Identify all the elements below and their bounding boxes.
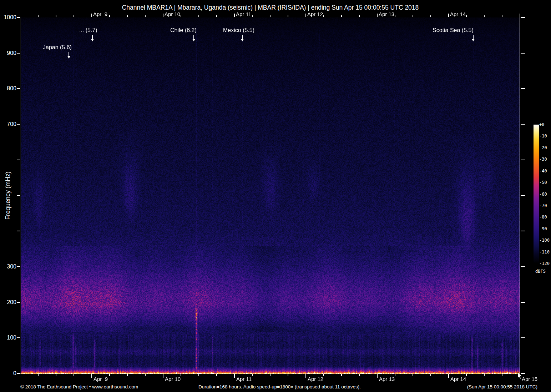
y-major-tick-right xyxy=(521,124,525,125)
x-tick-label-bottom: Apr 10 xyxy=(165,376,181,382)
x-tick-top xyxy=(395,15,395,17)
x-tick-top xyxy=(109,15,110,17)
x-tick-label-top: Apr 13 xyxy=(379,11,394,17)
footer-duration: Duration=168 hours. Audio speed-up=1800×… xyxy=(198,384,361,390)
x-tick-top xyxy=(377,14,378,17)
x-tick-bottom xyxy=(288,374,288,376)
colorbar-tick-label: -50 xyxy=(539,180,547,185)
event-arrow-down-icon xyxy=(473,35,474,39)
x-tick-top xyxy=(216,15,217,17)
plot-frame xyxy=(20,17,520,373)
y-major-tick-right xyxy=(521,195,525,196)
y-major-tick-left xyxy=(17,266,20,267)
x-tick-bottom xyxy=(323,374,324,376)
x-tick-bottom xyxy=(359,374,360,376)
x-tick-bottom xyxy=(163,374,163,378)
y-major-tick-left xyxy=(17,124,20,125)
y-major-tick-left xyxy=(17,373,20,374)
y-major-tick-right xyxy=(521,53,525,54)
x-tick-top xyxy=(341,15,342,17)
x-tick-bottom xyxy=(413,374,413,376)
x-tick-bottom xyxy=(38,374,39,376)
footer-timestamp: (Sun Apr 15 00:00:55 2018 UTC) xyxy=(467,384,537,390)
colorbar-tick-label: -80 xyxy=(539,215,547,219)
event-arrow-down-icon xyxy=(193,35,194,39)
x-tick-label-top: Apr 12 xyxy=(307,11,323,17)
page-title: Channel MBAR1A | Mbarara, Uganda (seismi… xyxy=(20,4,520,11)
y-tick-label: 700 xyxy=(1,121,16,127)
x-tick-bottom xyxy=(377,374,378,378)
x-tick-top xyxy=(413,15,413,17)
spectrogram-screenshot: Channel MBAR1A | Mbarara, Uganda (seismi… xyxy=(0,0,551,392)
y-major-tick-right xyxy=(521,302,525,303)
y-major-tick-right xyxy=(521,231,525,231)
x-tick-bottom xyxy=(395,374,395,376)
x-tick-top xyxy=(270,15,271,17)
x-tick-label-bottom: Apr 11 xyxy=(236,376,252,382)
y-tick-label: 100 xyxy=(1,335,16,341)
x-tick-bottom xyxy=(448,374,449,378)
y-tick-label: 1000 xyxy=(1,15,16,20)
x-tick-top xyxy=(163,14,163,17)
y-tick-label: 200 xyxy=(1,300,16,305)
x-tick-top xyxy=(127,15,128,17)
x-tick-top xyxy=(74,15,74,17)
x-tick-bottom xyxy=(484,374,485,376)
y-tick-label: 800 xyxy=(1,86,16,91)
y-major-tick-left xyxy=(17,231,20,231)
y-major-tick-right xyxy=(521,17,525,18)
footer-copyright: © 2018 The Earthsound Project • www.eart… xyxy=(20,384,138,390)
colorbar xyxy=(534,125,539,263)
y-major-tick-left xyxy=(17,195,20,196)
x-tick-top xyxy=(145,15,146,17)
x-tick-top xyxy=(448,14,449,17)
x-tick-top xyxy=(56,15,56,17)
y-major-tick-right xyxy=(521,337,525,338)
x-tick-label-bottom: Apr 15 xyxy=(522,376,537,382)
x-tick-bottom xyxy=(91,374,92,378)
y-major-tick-left xyxy=(17,88,20,89)
colorbar-tick-label: +0 xyxy=(539,122,544,127)
x-tick-bottom xyxy=(216,374,217,376)
mouse-cursor-icon xyxy=(517,372,523,380)
x-tick-label-top: Apr 9 xyxy=(93,11,107,17)
event-label: ... (5.7) xyxy=(79,27,97,33)
y-tick-label: 900 xyxy=(1,50,16,56)
colorbar-tick-label: -100 xyxy=(539,238,550,242)
y-major-tick-left xyxy=(17,160,20,160)
colorbar-tick-label: -70 xyxy=(539,203,547,208)
x-tick-bottom xyxy=(234,374,235,378)
x-tick-top xyxy=(430,15,431,17)
x-tick-top xyxy=(181,15,181,17)
y-major-tick-right xyxy=(521,88,525,89)
x-tick-bottom xyxy=(109,374,110,376)
x-tick-label-top: Apr 11 xyxy=(236,11,251,17)
event-arrow-down-icon xyxy=(242,35,243,39)
x-tick-label-top: Apr 14 xyxy=(450,11,466,17)
colorbar-tick-label: -20 xyxy=(539,146,547,150)
x-tick-bottom xyxy=(430,374,431,376)
x-tick-bottom xyxy=(305,374,306,378)
colorbar-tick-label: -60 xyxy=(539,192,547,196)
x-tick-top xyxy=(502,15,502,17)
event-label: Mexico (5.5) xyxy=(223,27,254,33)
event-arrow-down-icon xyxy=(92,35,93,39)
x-tick-bottom xyxy=(341,374,342,376)
event-label: Scotia Sea (5.5) xyxy=(433,27,474,33)
x-tick-bottom xyxy=(502,374,502,376)
event-label: Chile (6.2) xyxy=(170,27,197,33)
x-tick-bottom xyxy=(270,374,271,376)
y-axis-title: Frequency (mHz) xyxy=(4,171,12,220)
x-tick-top xyxy=(359,15,360,17)
x-tick-top xyxy=(234,14,235,17)
event-arrow-down-icon xyxy=(69,52,69,56)
x-tick-bottom xyxy=(198,374,199,376)
x-tick-bottom xyxy=(74,374,74,376)
x-tick-top xyxy=(288,15,288,17)
y-major-tick-left xyxy=(17,53,20,54)
x-tick-bottom xyxy=(466,374,467,376)
x-tick-label-top: Apr 10 xyxy=(165,11,180,17)
colorbar-tick-label: -90 xyxy=(539,227,547,231)
x-tick-top xyxy=(38,15,39,17)
x-tick-bottom xyxy=(145,374,146,376)
